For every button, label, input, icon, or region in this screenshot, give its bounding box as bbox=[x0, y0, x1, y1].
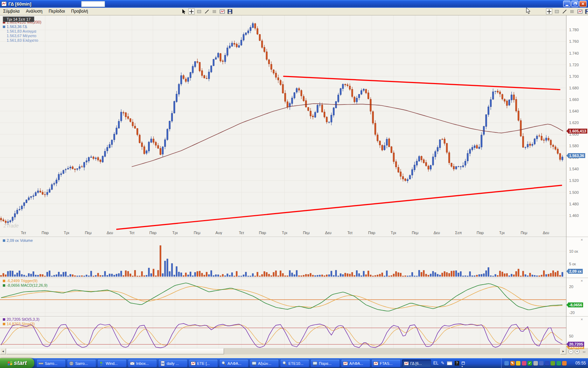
axis-label: 1.720 bbox=[569, 63, 579, 67]
chart-type-icon[interactable] bbox=[219, 8, 225, 14]
taskbar-button-5[interactable]: Wdaily ... bbox=[158, 359, 188, 367]
bluetooth-icon[interactable] bbox=[545, 361, 550, 366]
legend-swatch bbox=[3, 239, 5, 242]
keyboard-icon[interactable] bbox=[447, 361, 452, 365]
taskbar-button-label: Sarro... bbox=[75, 361, 88, 366]
menu-item-1[interactable]: Σύμβολα bbox=[0, 8, 23, 15]
app-globe-icon bbox=[69, 361, 74, 366]
taskbar-button-7[interactable]: ΑΛΦΑ... bbox=[219, 359, 248, 367]
taskbar-button-13[interactable]: ΓΔ [6... bbox=[402, 359, 431, 367]
x-axis-label: Τετ bbox=[348, 231, 353, 235]
nvidia-eye-icon[interactable] bbox=[551, 361, 555, 366]
taskbar-button-3[interactable]: Wind... bbox=[97, 359, 127, 367]
region-tool-icon[interactable] bbox=[554, 8, 560, 14]
axis-label: 1.760 bbox=[569, 39, 579, 43]
x-axis-label: Τρι bbox=[64, 231, 69, 235]
stoch-legend-row: 14,8203 Slow(3) bbox=[3, 322, 35, 326]
volume-legend-text: 2,09 εκ Volume bbox=[7, 238, 33, 243]
axis-label: 1.480 bbox=[569, 202, 579, 206]
minimize-button[interactable] bbox=[563, 1, 570, 7]
help-icon[interactable]: ? bbox=[455, 361, 459, 366]
taskbar-button-label: FTAS... bbox=[380, 361, 392, 366]
language-band-options-icon[interactable] bbox=[462, 362, 465, 364]
calendar-icon[interactable] bbox=[562, 361, 567, 366]
taskbar-button-6[interactable]: ETE [... bbox=[189, 359, 218, 367]
pen-input-icon[interactable]: ✎ bbox=[441, 361, 444, 366]
windows-flag-icon bbox=[8, 361, 12, 366]
crosshair-tool-icon[interactable] bbox=[188, 8, 195, 14]
axis-label: 1.700 bbox=[569, 74, 579, 79]
volume-icon[interactable] bbox=[533, 361, 538, 366]
pink-messenger-icon[interactable] bbox=[522, 361, 526, 366]
menu-item-3[interactable]: Περίοδοι bbox=[46, 8, 68, 15]
taskbar-button-12[interactable]: FTAS... bbox=[371, 359, 401, 367]
pane-close-icon[interactable]: × bbox=[581, 279, 583, 283]
region-tool-icon[interactable] bbox=[196, 8, 202, 14]
pane-close-icon[interactable]: × bbox=[581, 238, 583, 242]
gauge-icon[interactable] bbox=[556, 361, 561, 366]
pen-sign-icon[interactable]: ✎ bbox=[510, 361, 515, 366]
grid-tool-icon[interactable] bbox=[569, 8, 575, 14]
fit-width-button[interactable]: ↔ bbox=[581, 349, 587, 354]
price-value-tag: 1.563,36 bbox=[568, 153, 585, 158]
taskbar-button-8[interactable]: Αξιών... bbox=[250, 359, 279, 367]
price-legend-row: 1.563,67 Μέγιστο bbox=[3, 34, 36, 38]
x-axis-label: Παρ bbox=[259, 231, 266, 235]
stoch-legend-row: 20,7205 StO(5,3,3) bbox=[3, 317, 40, 321]
x-axis-label: Παρ bbox=[368, 231, 376, 235]
legend-swatch bbox=[3, 323, 5, 325]
x-axis-label: Δευ bbox=[543, 231, 549, 235]
messenger-icon bbox=[99, 361, 104, 366]
taskbar-button-9[interactable]: ΕΤΕ10... bbox=[280, 359, 309, 367]
x-axis-label: Τετ bbox=[239, 231, 244, 235]
pointer-tool-icon[interactable] bbox=[181, 8, 187, 14]
taskbar-button-2[interactable]: Sarro... bbox=[67, 359, 96, 367]
messenger-person-icon[interactable] bbox=[504, 361, 509, 366]
price-legend-row: 1.563,36 ΓΔ bbox=[3, 25, 27, 29]
crosshair-tool-icon[interactable] bbox=[546, 8, 552, 14]
macd-value-tag: -8,0656 bbox=[568, 302, 583, 307]
start-button[interactable]: start bbox=[0, 358, 34, 368]
symbol-input[interactable] bbox=[81, 1, 105, 7]
chart-canvas[interactable]: Τρι 14 Σεπ 171.605,4131 Me(200)1.563,36 … bbox=[0, 15, 588, 348]
legend-swatch bbox=[3, 284, 5, 287]
taskbar-button-11[interactable]: ΑΛΦΑ... bbox=[341, 359, 370, 367]
axis-label: -20 bbox=[569, 311, 575, 315]
shield-icon[interactable] bbox=[516, 361, 520, 366]
restore-button[interactable] bbox=[571, 1, 579, 7]
x-axis-label: Τετ bbox=[21, 231, 26, 235]
taskbar-button-1[interactable]: Sarro... bbox=[36, 359, 66, 367]
x-axis-label: Πεμ bbox=[85, 231, 91, 235]
x-axis-label: Τρι bbox=[282, 231, 287, 235]
x-axis-label: Πεμ bbox=[520, 231, 527, 235]
taskbar-button-10[interactable]: Παρα... bbox=[310, 359, 340, 367]
stoch-legend-text: 20,7205 StO(5,3,3) bbox=[7, 317, 40, 321]
save-icon[interactable] bbox=[227, 8, 233, 14]
menu-item-2[interactable]: Ανάλυση bbox=[23, 8, 46, 15]
grid-tool-icon[interactable] bbox=[211, 8, 218, 14]
word-icon: W bbox=[160, 361, 165, 366]
axis-label: 1.740 bbox=[569, 51, 579, 55]
network-icon[interactable] bbox=[539, 361, 544, 366]
scrollbar-thumb[interactable] bbox=[6, 348, 224, 354]
zoom-out-button[interactable]: − bbox=[568, 349, 573, 354]
save-icon[interactable] bbox=[584, 8, 588, 14]
taskbar-button-label: ΓΔ [6... bbox=[410, 361, 422, 366]
scroll-right-button[interactable]: ► bbox=[560, 348, 566, 354]
svg-text:W: W bbox=[161, 362, 164, 365]
scrollbar-track[interactable] bbox=[224, 348, 560, 354]
menu-item-4[interactable]: Προβολή bbox=[68, 8, 91, 15]
pane-close-icon[interactable]: × bbox=[581, 317, 583, 321]
trendline-tool-icon[interactable] bbox=[204, 8, 210, 14]
language-indicator[interactable]: EL bbox=[433, 361, 439, 366]
chart-type-icon[interactable] bbox=[577, 8, 583, 14]
zoom-in-button[interactable]: + bbox=[575, 349, 580, 354]
axis-label: 1.680 bbox=[569, 86, 579, 90]
taskbar-button-4[interactable]: Inbox... bbox=[128, 359, 157, 367]
scroll-left-button[interactable]: ◄ bbox=[0, 348, 6, 354]
chart-svg bbox=[0, 15, 588, 348]
close-button[interactable]: ✕ bbox=[579, 1, 587, 7]
green-check-icon[interactable]: ✓ bbox=[527, 361, 532, 366]
trendline-tool-icon[interactable] bbox=[561, 8, 568, 14]
price-value-tag: 1.605,413 bbox=[568, 129, 587, 134]
